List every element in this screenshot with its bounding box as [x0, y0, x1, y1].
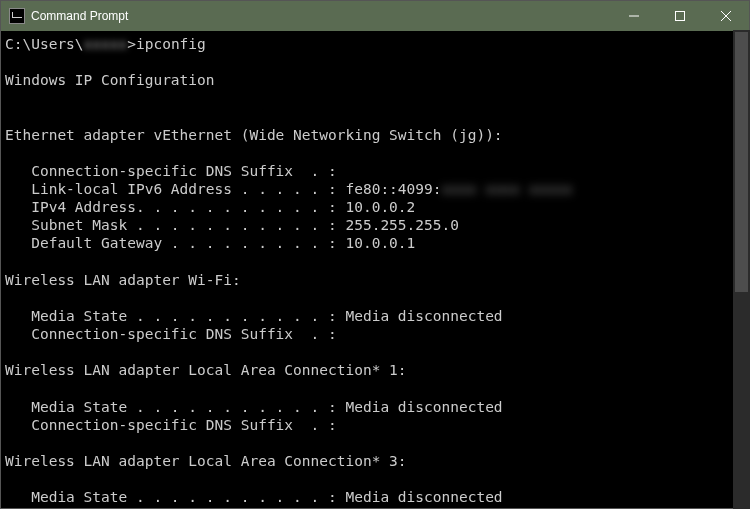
kv-row: Connection-specific DNS Suffix . :: [5, 417, 337, 433]
header-line: Windows IP Configuration: [5, 72, 215, 88]
minimize-button[interactable]: [611, 1, 657, 31]
kv-row: Connection-specific DNS Suffix . :: [5, 326, 337, 342]
kv-row: Connection-specific DNS Suffix . :: [5, 507, 337, 508]
titlebar[interactable]: Command Prompt: [1, 1, 749, 31]
window-title: Command Prompt: [31, 9, 128, 23]
kv-row: Connection-specific DNS Suffix . :: [5, 163, 337, 179]
kv-row: Default Gateway . . . . . . . . . : 10.0…: [5, 235, 415, 251]
minimize-icon: [629, 11, 639, 21]
kv-row: Media State . . . . . . . . . . . : Medi…: [5, 489, 503, 505]
prompt-command: ipconfig: [136, 36, 206, 52]
maximize-icon: [675, 11, 685, 21]
command-prompt-window: Command Prompt C:\Users\xxxxx>ipconfig W…: [0, 0, 750, 509]
terminal-output[interactable]: C:\Users\xxxxx>ipconfig Windows IP Confi…: [1, 31, 749, 508]
ipv6-hidden-tail: xxxx xxxx xxxxx: [442, 181, 573, 197]
prompt-line: C:\Users\xxxxx>ipconfig: [5, 36, 206, 52]
adapter-title: Ethernet adapter vEthernet (Wide Network…: [5, 127, 503, 143]
prompt-chevron: >: [127, 36, 136, 52]
scrollbar[interactable]: [733, 30, 750, 509]
kv-row: IPv4 Address. . . . . . . . . . . : 10.0…: [5, 199, 415, 215]
cmd-icon: [9, 8, 25, 24]
kv-row: Media State . . . . . . . . . . . : Medi…: [5, 308, 503, 324]
kv-row: Subnet Mask . . . . . . . . . . . : 255.…: [5, 217, 459, 233]
adapter-title: Wireless LAN adapter Wi-Fi:: [5, 272, 241, 288]
scrollbar-thumb[interactable]: [735, 32, 748, 292]
maximize-button[interactable]: [657, 1, 703, 31]
prompt-path: C:\Users\: [5, 36, 84, 52]
svg-rect-1: [676, 12, 685, 21]
close-icon: [721, 11, 731, 21]
adapter-title: Wireless LAN adapter Local Area Connecti…: [5, 362, 407, 378]
close-button[interactable]: [703, 1, 749, 31]
kv-row: Link-local IPv6 Address . . . . . : fe80…: [5, 181, 572, 197]
adapter-title: Wireless LAN adapter Local Area Connecti…: [5, 453, 407, 469]
prompt-username-hidden: xxxxx: [84, 36, 128, 52]
kv-row: Media State . . . . . . . . . . . : Medi…: [5, 399, 503, 415]
